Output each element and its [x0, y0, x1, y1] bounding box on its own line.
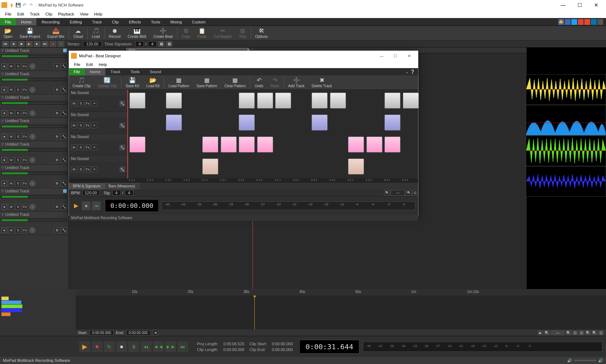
beat-edit[interactable]: ✦ [92, 101, 97, 106]
rewind-button[interactable]: ◄◄ [153, 341, 164, 352]
pan-knob[interactable] [30, 181, 35, 186]
zoom-sel-h[interactable]: ⊡ [579, 330, 584, 335]
beat-close-button[interactable]: ✕ [402, 51, 416, 61]
arm-button[interactable]: ● [1, 227, 7, 233]
automation-button[interactable]: ⚙ [54, 110, 60, 116]
beat-delete-track-button[interactable]: ✖Delete Track [308, 75, 335, 90]
timeline-playhead[interactable] [252, 296, 257, 329]
pan-knob[interactable] [30, 134, 35, 139]
beat-bpm-field[interactable]: 120.00 [82, 190, 100, 196]
timesig-den[interactable]: 4 [148, 41, 157, 47]
maximize-button[interactable]: ☐ [571, 0, 588, 10]
beat-create-clip-button[interactable]: 🎵Create Clip [69, 75, 94, 90]
beat-zoom-in[interactable]: 🔍 [406, 190, 412, 196]
mute-button[interactable]: M [8, 157, 14, 163]
fx-button[interactable]: Fx [22, 110, 28, 116]
beat-cell[interactable] [166, 93, 182, 108]
ts-start-button[interactable]: ⏮ [2, 41, 9, 47]
beat-clear-pattern-button[interactable]: ▦Clear Pattern [221, 75, 249, 90]
volume-slider[interactable] [1, 195, 67, 198]
share-icon[interactable] [597, 19, 603, 25]
minimize-button[interactable]: — [555, 0, 571, 10]
beat-cell[interactable] [385, 115, 400, 130]
fx-button[interactable]: Fx [22, 134, 28, 139]
beat-menu-edit[interactable]: Edit [83, 62, 96, 67]
track-header[interactable]: ▽Untitled Track [0, 94, 68, 100]
volume-slider[interactable] [1, 148, 67, 151]
tab-recording[interactable]: Recording [36, 18, 65, 26]
solo-button[interactable]: S [15, 134, 21, 139]
fx-button[interactable]: Fx [22, 227, 28, 233]
zoom-in-v[interactable]: 🔍 [592, 330, 597, 335]
automation-button[interactable]: ⚙ [54, 63, 60, 69]
beat-cell[interactable] [366, 137, 382, 152]
beat-solo[interactable]: S [78, 145, 84, 150]
pan-knob[interactable] [30, 87, 35, 93]
automation-button[interactable]: ⚙ [54, 157, 60, 163]
beat-mute[interactable]: M [71, 123, 77, 128]
settings-button[interactable]: 🔧 [61, 87, 67, 93]
grid-button[interactable]: ▦ [166, 41, 172, 47]
beat-tab-bars[interactable]: Bars (Measures) [105, 183, 139, 189]
loop-button[interactable]: ↻ [104, 341, 115, 352]
mute-button[interactable]: M [8, 63, 14, 69]
beat-mute[interactable]: M [71, 145, 77, 150]
tab-mixing[interactable]: Mixing [165, 18, 187, 26]
beat-cell[interactable] [312, 115, 328, 130]
beat-track-label[interactable]: No Sound [69, 134, 127, 139]
project-overview[interactable] [0, 289, 76, 336]
beat-sig-num[interactable]: 4 [112, 190, 121, 196]
waveform-1[interactable] [526, 74, 606, 105]
beat-cell[interactable] [202, 159, 218, 174]
beat-fx[interactable]: Fx [85, 101, 91, 106]
volume-slider[interactable] [574, 360, 596, 361]
beat-save-pattern-button[interactable]: ▦Save Pattern [193, 75, 221, 90]
track-header[interactable]: ▽Untitled Track [0, 48, 68, 53]
linkedin-icon[interactable] [591, 19, 597, 25]
record-button[interactable]: ● [92, 341, 102, 352]
solo-button[interactable]: S [15, 87, 21, 93]
beat-settings[interactable]: 🔧 [119, 101, 125, 106]
record-button[interactable]: ⏺Record [105, 26, 124, 40]
snap-button[interactable]: ▦ [158, 41, 164, 47]
beat-settings[interactable]: 🔧 [119, 167, 125, 172]
overview-track[interactable] [1, 308, 22, 312]
beat-load-pattern-button[interactable]: ▦Load Pattern [165, 75, 193, 90]
tab-track[interactable]: Track [87, 18, 107, 26]
menu-view[interactable]: View [77, 11, 91, 17]
arm-button[interactable]: ● [1, 204, 7, 210]
google-icon[interactable] [578, 19, 584, 25]
beat-cell[interactable] [348, 137, 364, 152]
automation-button[interactable]: ⚙ [54, 181, 60, 186]
mute-button[interactable]: M [8, 134, 14, 139]
zoom-out-v[interactable]: 🔍 [585, 330, 591, 335]
automation-button[interactable]: ⚙ [54, 227, 60, 233]
waveform-2[interactable] [526, 105, 606, 136]
arm-button[interactable]: ● [1, 134, 7, 139]
create-midi-button[interactable]: 🎹Create Midi [124, 26, 150, 40]
close-button[interactable]: ✕ [588, 0, 605, 10]
volume-slider[interactable] [1, 78, 67, 81]
arm-button[interactable]: ● [1, 63, 7, 69]
timesig-num[interactable]: 4 [135, 41, 144, 47]
beat-fx[interactable]: Fx [85, 145, 91, 150]
beat-stop-button[interactable]: ■ [82, 201, 91, 210]
track-header[interactable]: ▽Untitled Track [0, 165, 68, 170]
beat-cell[interactable] [239, 93, 255, 108]
beat-cell[interactable] [129, 93, 145, 108]
pan-knob[interactable] [30, 227, 35, 233]
tab-file[interactable]: File [0, 18, 16, 26]
options-button[interactable]: 🛠Options [252, 26, 271, 40]
track-header[interactable]: ▽Untitled Track [0, 212, 68, 217]
arm-button[interactable]: ● [1, 157, 7, 163]
beat-sig-den[interactable]: 4 [125, 190, 133, 196]
beat-tab-bpm[interactable]: BPM & Signature [69, 183, 105, 189]
arm-button[interactable]: ● [1, 110, 7, 116]
overview-track[interactable] [1, 305, 22, 308]
timeline-ruler-main[interactable]: 10s20s30s40s50s1m1m:10s [76, 289, 606, 296]
solo-button[interactable]: S [15, 110, 21, 116]
start-button[interactable]: ⏮ [141, 341, 152, 352]
volume-slider[interactable] [1, 125, 67, 128]
beat-tab-file[interactable]: File [69, 68, 85, 75]
overview-track[interactable] [1, 301, 21, 304]
